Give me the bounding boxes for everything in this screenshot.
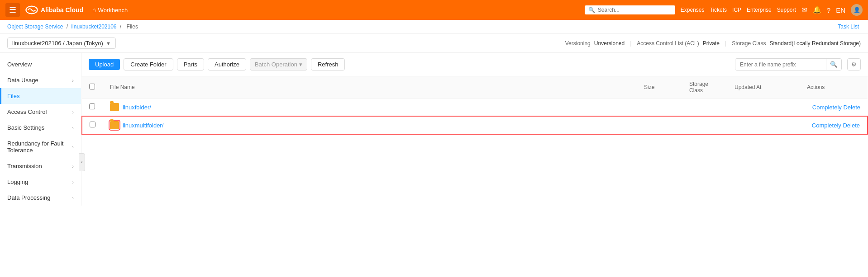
chevron-right-icon: › (72, 195, 74, 201)
nav-expenses[interactable]: Expenses (681, 7, 705, 13)
row-checkbox-cell (82, 99, 103, 117)
select-all-checkbox[interactable] (89, 84, 95, 89)
sidebar-item-redundancy[interactable]: Redundancy for Fault Tolerance › (0, 136, 81, 158)
workbench-link[interactable]: ⌂ Workbench (92, 6, 128, 14)
bucket-selector-label: linuxbucket202106 / Japan (Tokyo) (12, 40, 103, 47)
chevron-down-icon: ▼ (106, 41, 111, 46)
acl-value: Private (703, 40, 720, 47)
folder-link[interactable]: linuxmultifolder/ (123, 122, 163, 129)
chevron-right-icon: › (72, 144, 74, 150)
sidebar-item-data-usage[interactable]: Data Usage › (0, 72, 81, 88)
logo-text: Alibaba Cloud (41, 6, 83, 14)
workbench-label: Workbench (98, 7, 128, 14)
nav-support[interactable]: Support (777, 7, 796, 13)
sidebar-item-transmission[interactable]: Transmission › (0, 158, 81, 174)
sidebar-item-label: Access Control (7, 108, 47, 115)
folder-link[interactable]: linuxfolder/ (123, 104, 151, 111)
row-updated-cell (727, 116, 800, 134)
create-folder-button[interactable]: Create Folder (124, 58, 173, 70)
acl-label: Access Control List (ACL) (637, 40, 699, 47)
avatar[interactable]: 👤 (851, 4, 863, 16)
sidebar-item-label: Data Processing (7, 194, 50, 201)
parts-button[interactable]: Parts (177, 58, 204, 70)
table-row: linuxmultifolder/ Completely Delete (82, 116, 868, 134)
folder-icon (110, 121, 119, 129)
row-filename-cell: linuxfolder/ (103, 99, 637, 117)
sidebar-item-label: Basic Settings (7, 124, 44, 131)
sidebar-item-data-processing[interactable]: Data Processing › (0, 190, 81, 206)
nav-tickets[interactable]: Tickets (710, 7, 727, 13)
chevron-down-icon: ▾ (299, 61, 302, 68)
content-area: Upload Create Folder Parts Authorize Bat… (81, 53, 868, 271)
completely-delete-button[interactable]: Completely Delete (812, 122, 860, 129)
sidebar-item-files[interactable]: Files (0, 88, 81, 104)
task-list-link[interactable]: Task List (838, 23, 859, 30)
file-search-input[interactable] (735, 59, 826, 70)
menu-icon[interactable]: ☰ (5, 3, 20, 17)
nav-enterprise[interactable]: Enterprise (747, 7, 772, 13)
row-updated-cell (727, 99, 800, 117)
file-search-box[interactable]: 🔍 (735, 58, 842, 70)
file-settings-button[interactable]: ⚙ (847, 58, 861, 70)
breadcrumb-bucket[interactable]: linuxbucket202106 (71, 23, 116, 30)
navbar: ☰ Alibaba Cloud ⌂ Workbench 🔍 Expenses T… (0, 0, 868, 20)
chevron-right-icon: › (72, 109, 74, 115)
chevron-right-icon: › (72, 78, 74, 83)
storage-class-label: Storage Class (732, 40, 766, 47)
chevron-right-icon: › (72, 179, 74, 185)
sidebar-item-label: Files (7, 93, 19, 99)
bell-icon[interactable]: 🔔 (813, 6, 821, 14)
row-checkbox[interactable] (89, 103, 95, 109)
main-layout: Overview Data Usage › Files Access Contr… (0, 53, 868, 271)
lang-selector[interactable]: EN (836, 6, 845, 14)
row-size-cell (637, 116, 682, 134)
sidebar-item-label: Logging (7, 178, 28, 185)
sidebar-item-label: Data Usage (7, 77, 38, 84)
search-input[interactable] (598, 7, 672, 13)
search-box[interactable]: 🔍 (585, 5, 675, 14)
th-filename: File Name (103, 76, 637, 99)
folder-icon (110, 103, 119, 111)
upload-button[interactable]: Upload (89, 59, 120, 70)
breadcrumb: Object Storage Service / linuxbucket2021… (7, 23, 140, 30)
home-icon: ⌂ (92, 6, 96, 14)
file-table: File Name Size Storage Class Updated At … (81, 76, 868, 135)
nav-links: Expenses Tickets ICP Enterprise Support (681, 7, 796, 13)
th-actions: Actions (800, 76, 868, 99)
sidebar-item-label: Overview (7, 61, 32, 68)
sidebar: Overview Data Usage › Files Access Contr… (0, 53, 81, 206)
breadcrumb-current: Files (127, 23, 138, 30)
authorize-button[interactable]: Authorize (208, 58, 246, 70)
batch-operation-button[interactable]: Batch Operation ▾ (250, 58, 307, 70)
row-size-cell (637, 99, 682, 117)
sidebar-item-access-control[interactable]: Access Control › (0, 104, 81, 120)
row-checkbox-cell (82, 116, 103, 134)
row-checkbox[interactable] (90, 122, 95, 127)
table-row: linuxfolder/ Completely Delete (82, 99, 868, 117)
completely-delete-button[interactable]: Completely Delete (812, 104, 860, 111)
versioning-label: Versioning (565, 40, 591, 47)
navbar-logo: Alibaba Cloud (25, 5, 83, 14)
versioning-info: Versioning Unversioned | Access Control … (565, 40, 861, 47)
email-icon[interactable]: ✉ (801, 6, 807, 14)
breadcrumb-bar: Object Storage Service / linuxbucket2021… (0, 20, 868, 34)
bucket-selector[interactable]: linuxbucket202106 / Japan (Tokyo) ▼ (7, 38, 116, 49)
th-size: Size (637, 76, 682, 99)
refresh-button[interactable]: Refresh (311, 58, 345, 70)
chevron-right-icon: › (72, 164, 74, 169)
nav-icp[interactable]: ICP (732, 7, 741, 13)
help-icon[interactable]: ? (827, 6, 830, 14)
sidebar-collapse-button[interactable]: ‹ (79, 153, 85, 171)
row-storage-cell (682, 99, 727, 117)
sidebar-item-overview[interactable]: Overview (0, 56, 81, 72)
sidebar-item-logging[interactable]: Logging › (0, 174, 81, 190)
sidebar-item-basic-settings[interactable]: Basic Settings › (0, 120, 81, 136)
row-storage-cell (682, 116, 727, 134)
row-actions-cell: Completely Delete (800, 116, 868, 134)
search-icon: 🔍 (588, 7, 595, 13)
file-search-button[interactable]: 🔍 (826, 59, 841, 70)
sidebar-item-label: Transmission (7, 163, 42, 169)
table-header-row: File Name Size Storage Class Updated At … (82, 76, 868, 99)
avatar-image: 👤 (851, 4, 863, 16)
breadcrumb-service[interactable]: Object Storage Service (7, 23, 63, 30)
